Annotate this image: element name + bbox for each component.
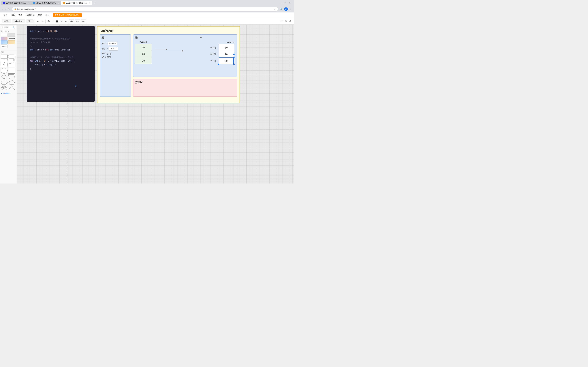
search-icon[interactable]: 🔍 — [279, 8, 283, 11]
menu-adjust[interactable]: 调整图形 — [25, 13, 36, 17]
win-close-button[interactable]: ✕ — [288, 2, 291, 4]
svg-marker-3 — [8, 75, 15, 79]
unsaved-notice[interactable]: 修改未保存，点击此处保存。 — [53, 13, 82, 17]
fullscreen-button[interactable]: ⛶ — [279, 20, 283, 23]
tab-iodraw[interactable]: ioDraw 免费在线画流程图、思... ✕ — [31, 1, 61, 5]
code-line-1: int[] arr1 = {10,20,30}; — [30, 30, 91, 33]
size-label: 20 — [27, 20, 30, 22]
table-button[interactable]: ⊞ ▾ — [81, 19, 86, 23]
triangle-shape[interactable] — [8, 85, 15, 90]
redo-button[interactable]: ↪ — [41, 20, 44, 23]
shape-search-box[interactable]: 搜索图形 🔍 — [1, 25, 16, 29]
close-convenience-icon[interactable]: ✕ — [8, 31, 9, 32]
url-bar[interactable]: 🔒 iodraw.com/diagram/ ☆ — [12, 7, 278, 11]
square-shape[interactable] — [8, 68, 15, 74]
rectangle-shape[interactable] — [1, 55, 8, 58]
circle-shape[interactable] — [1, 68, 8, 74]
tab-bar: 百度翻译-200种语言互译、沟通... ✕ ioDraw 免费在线画流程图、思.… — [0, 0, 294, 6]
shape-thumb-3[interactable] — [1, 40, 8, 44]
font-chevron-icon: ▾ — [23, 20, 23, 22]
heap-title: 堆 — [135, 36, 235, 40]
insert-button[interactable]: + ▾ — [75, 19, 80, 23]
cloud-shape[interactable] — [1, 85, 8, 90]
nav-back-button[interactable]: ‹ — [1, 7, 3, 11]
code-button[interactable]: </> — [69, 19, 74, 23]
more-format-button[interactable]: ··· — [64, 19, 68, 23]
tab-baidu-close[interactable]: ✕ — [28, 2, 29, 4]
style-label: 样式 — [4, 20, 8, 23]
italic-button[interactable]: I — [52, 19, 54, 23]
url-text: iodraw.com/diagram/ — [17, 8, 36, 10]
stack-item-arr2: arr2-> 0x0022 — [102, 42, 129, 45]
stack-arr2-label: arr2-> — [102, 42, 107, 45]
arr1-label-0: arr1[0] — [207, 44, 219, 51]
menu-bar: 文件 编辑 查看 调整图形 其它 帮助 修改未保存，点击此处保存。 — [0, 12, 294, 18]
shape-thumb-4[interactable] — [8, 40, 15, 44]
nav-forward-button[interactable]: › — [4, 7, 7, 11]
general-label: 通用 — [1, 51, 16, 53]
search-magnifier-icon: 🔍 — [12, 26, 15, 28]
more-shapes-label[interactable]: + 更多图形... — [1, 92, 16, 95]
note-shape[interactable]: Title text text — [8, 59, 15, 67]
pentagon-shape[interactable] — [8, 80, 15, 85]
window-controls: ─ □ ✕ — [280, 2, 293, 4]
shape-thumb-1[interactable] — [1, 33, 8, 37]
sidebar: 搜索图形 🔍 便..?+✎✕ — [0, 25, 17, 184]
new-tab-button[interactable]: + — [93, 1, 97, 5]
code-line-comment3: // — [30, 44, 91, 48]
tab-baidu[interactable]: 百度翻译-200种语言互译、沟通... ✕ — [1, 1, 31, 5]
parallelogram-shape[interactable] — [8, 74, 15, 79]
menu-view[interactable]: 查看 — [17, 13, 24, 17]
heap-section: 堆 0x0011 10 — [133, 34, 237, 77]
heap-val1-0: 10 — [135, 44, 152, 51]
stack-arr1-label: arr1 -> — [102, 48, 108, 50]
win-min-button[interactable]: ─ — [280, 2, 283, 4]
arrow-right-shape[interactable] — [8, 37, 15, 40]
menu-edit[interactable]: 编辑 — [9, 13, 17, 17]
stack-item-arr1: arr1 -> 0x0011 — [102, 47, 129, 50]
zoom-out-button[interactable]: ⊖ — [284, 20, 288, 23]
text-shape[interactable]: Text — [1, 59, 8, 67]
shape-row-text: Text Title text text — [1, 59, 16, 67]
shape-row-diamonds — [1, 74, 16, 79]
shape-thumb-2[interactable] — [8, 33, 15, 37]
hexagon-shape[interactable] — [1, 80, 8, 85]
canvas-area[interactable]: int[] arr1 = {10,20,30}; //创建一个新的数组arr2，… — [17, 25, 294, 184]
menu-file[interactable]: 文件 — [2, 13, 9, 17]
font-label: Helvetica — [14, 20, 22, 22]
tab-java-close[interactable]: ✕ — [89, 2, 91, 4]
align-button[interactable]: ≡ — [60, 19, 63, 23]
code-line-blank1 — [30, 33, 91, 37]
shape-row-hexagons — [1, 80, 16, 85]
font-dropdown[interactable]: Helvetica ▾ — [12, 19, 25, 23]
cursor — [75, 84, 77, 87]
toolbar: 样式 ▾ Helvetica ▾ 20 ▾ ↩ ↪ B I U ≡ ··· </… — [0, 18, 294, 25]
tab-iodraw-close[interactable]: ✕ — [58, 2, 59, 4]
svg-marker-2 — [1, 75, 7, 79]
code-line-3: for(int i = 0; i < arr1.length; i++) { — [30, 59, 91, 63]
zoom-in-button[interactable]: ⊕ — [289, 20, 292, 23]
bookmark-icon[interactable]: ☆ — [274, 8, 276, 10]
underline-button[interactable]: U — [55, 19, 59, 23]
user-avatar[interactable]: A — [284, 7, 288, 11]
menu-other[interactable]: 其它 — [36, 13, 43, 17]
bold-button[interactable]: B — [47, 19, 51, 23]
rounded-rect-shape[interactable] — [8, 55, 15, 58]
win-max-button[interactable]: □ — [284, 2, 287, 4]
gradient-shape[interactable] — [1, 37, 8, 40]
undo-button[interactable]: ↩ — [36, 20, 40, 23]
plus-chevron-icon: ▾ — [78, 20, 79, 22]
shape-0x0011[interactable]: 0x0011 — [1, 44, 8, 48]
method-area-title: 方法区 — [135, 81, 235, 84]
stack-item-n2: n2 -> [80] — [102, 56, 129, 58]
diamond-shape[interactable] — [1, 74, 8, 79]
style-dropdown[interactable]: 样式 ▾ — [2, 19, 11, 23]
iodraw-favicon — [33, 2, 35, 4]
size-dropdown[interactable]: 20 ▾ — [26, 19, 34, 23]
more-options-icon[interactable]: ⋮ — [289, 7, 293, 11]
heap-right-container: 堆 0x0011 10 — [133, 34, 237, 97]
tab-java[interactable]: java运行 (3) (1) (1) (2).iodr... ✕ — [61, 1, 92, 5]
svg-marker-10 — [9, 86, 15, 90]
nav-refresh-button[interactable]: ↻ — [8, 8, 11, 11]
menu-help[interactable]: 帮助 — [44, 13, 51, 17]
